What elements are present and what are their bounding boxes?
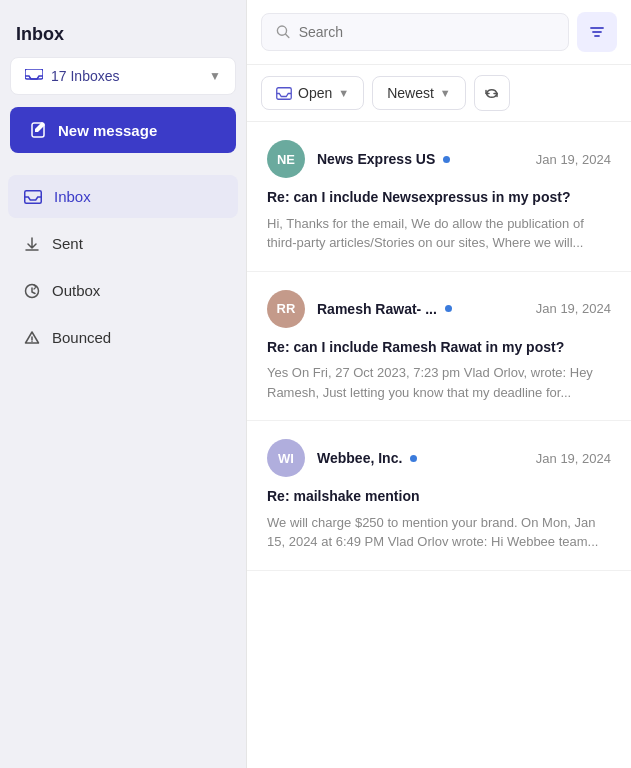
compose-icon bbox=[30, 121, 48, 139]
sidebar-sent-label: Sent bbox=[52, 235, 83, 252]
toolbar: Open ▼ Newest ▼ bbox=[247, 65, 631, 122]
unread-dot-1 bbox=[443, 156, 450, 163]
filter-icon bbox=[589, 24, 605, 40]
inbox-icon bbox=[25, 69, 43, 83]
email-item-2[interactable]: RR Ramesh Rawat- ... Jan 19, 2024 Re: ca… bbox=[247, 272, 631, 422]
email-meta-1: News Express US Jan 19, 2024 bbox=[317, 151, 611, 167]
email-list: NE News Express US Jan 19, 2024 Re: can … bbox=[247, 122, 631, 768]
inbox-selector[interactable]: 17 Inboxes ▼ bbox=[10, 57, 236, 95]
unread-dot-2 bbox=[445, 305, 452, 312]
outbox-icon bbox=[24, 283, 40, 299]
email-preview-2: Yes On Fri, 27 Oct 2023, 7:23 pm Vlad Or… bbox=[267, 363, 611, 402]
search-bar bbox=[247, 0, 631, 65]
refresh-icon bbox=[484, 86, 499, 101]
avatar-1: NE bbox=[267, 140, 305, 178]
status-dropdown[interactable]: Open ▼ bbox=[261, 76, 364, 110]
new-message-button[interactable]: New message bbox=[10, 107, 236, 153]
sender-name-3: Webbee, Inc. bbox=[317, 450, 402, 466]
sort-chevron-icon: ▼ bbox=[440, 87, 451, 99]
svg-point-5 bbox=[31, 340, 32, 341]
main-panel: Open ▼ Newest ▼ NE News Express U bbox=[246, 0, 631, 768]
email-preview-3: We will charge $250 to mention your bran… bbox=[267, 513, 611, 552]
sender-name-2: Ramesh Rawat- ... bbox=[317, 301, 437, 317]
bounced-icon bbox=[24, 330, 40, 346]
sidebar-item-outbox[interactable]: Outbox bbox=[8, 269, 238, 312]
search-input[interactable] bbox=[299, 24, 554, 40]
email-item-1[interactable]: NE News Express US Jan 19, 2024 Re: can … bbox=[247, 122, 631, 272]
inbox-selector-left: 17 Inboxes bbox=[25, 68, 120, 84]
email-meta-3: Webbee, Inc. Jan 19, 2024 bbox=[317, 450, 611, 466]
sidebar: Inbox 17 Inboxes ▼ New message Inbox bbox=[0, 0, 246, 768]
refresh-button[interactable] bbox=[474, 75, 510, 111]
date-2: Jan 19, 2024 bbox=[536, 301, 611, 316]
search-icon bbox=[276, 24, 291, 40]
sidebar-inbox-label: Inbox bbox=[54, 188, 91, 205]
new-message-label: New message bbox=[58, 122, 157, 139]
sidebar-item-inbox[interactable]: Inbox bbox=[8, 175, 238, 218]
status-chevron-icon: ▼ bbox=[338, 87, 349, 99]
email-header-2: RR Ramesh Rawat- ... Jan 19, 2024 bbox=[267, 290, 611, 328]
email-subject-3: Re: mailshake mention bbox=[267, 487, 611, 507]
unread-dot-3 bbox=[410, 455, 417, 462]
sidebar-item-sent[interactable]: Sent bbox=[8, 222, 238, 265]
email-preview-1: Hi, Thanks for the email, We do allow th… bbox=[267, 214, 611, 253]
email-meta-2: Ramesh Rawat- ... Jan 19, 2024 bbox=[317, 301, 611, 317]
sidebar-outbox-label: Outbox bbox=[52, 282, 100, 299]
avatar-2: RR bbox=[267, 290, 305, 328]
sidebar-item-bounced[interactable]: Bounced bbox=[8, 316, 238, 359]
sidebar-bounced-label: Bounced bbox=[52, 329, 111, 346]
date-1: Jan 19, 2024 bbox=[536, 152, 611, 167]
filter-button[interactable] bbox=[577, 12, 617, 52]
email-header-1: NE News Express US Jan 19, 2024 bbox=[267, 140, 611, 178]
inbox-nav-icon bbox=[24, 190, 42, 204]
date-3: Jan 19, 2024 bbox=[536, 451, 611, 466]
email-subject-2: Re: can I include Ramesh Rawat in my pos… bbox=[267, 338, 611, 358]
sent-icon bbox=[24, 236, 40, 252]
svg-rect-0 bbox=[25, 69, 43, 79]
sender-name-1: News Express US bbox=[317, 151, 435, 167]
sidebar-title: Inbox bbox=[0, 0, 246, 57]
sort-dropdown[interactable]: Newest ▼ bbox=[372, 76, 466, 110]
email-subject-1: Re: can I include Newsexpressus in my po… bbox=[267, 188, 611, 208]
sort-label: Newest bbox=[387, 85, 434, 101]
avatar-3: WI bbox=[267, 439, 305, 477]
search-input-wrapper[interactable] bbox=[261, 13, 569, 51]
inbox-count-label: 17 Inboxes bbox=[51, 68, 120, 84]
status-label: Open bbox=[298, 85, 332, 101]
inbox-status-icon bbox=[276, 87, 292, 100]
chevron-down-icon: ▼ bbox=[209, 69, 221, 83]
email-header-3: WI Webbee, Inc. Jan 19, 2024 bbox=[267, 439, 611, 477]
email-item-3[interactable]: WI Webbee, Inc. Jan 19, 2024 Re: mailsha… bbox=[247, 421, 631, 571]
